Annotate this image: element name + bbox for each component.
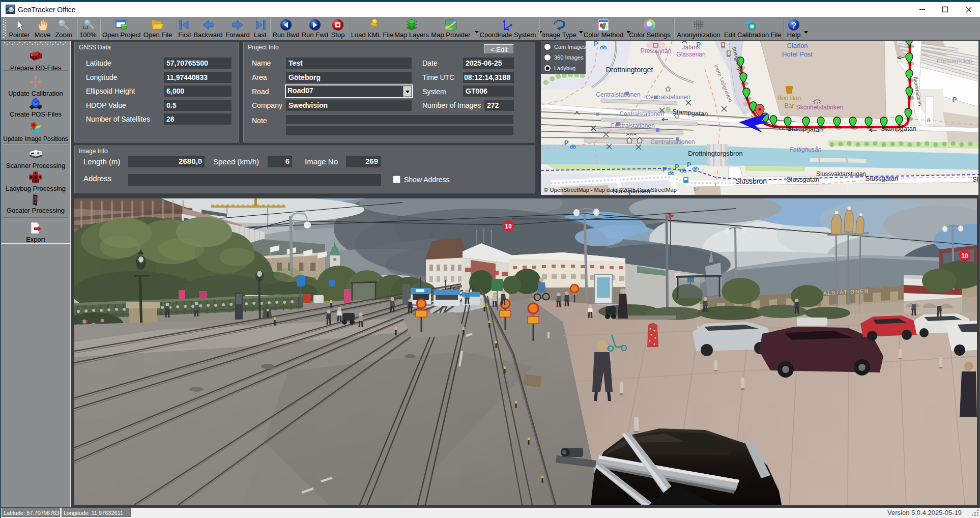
- svg-text:Slussgatan: Slussgatan: [866, 175, 898, 182]
- svg-text:67: 67: [694, 186, 700, 192]
- svg-text:Centralstationen: Centralstationen: [646, 94, 690, 101]
- svg-text:10: 10: [505, 223, 512, 230]
- svg-text:10: 10: [961, 252, 968, 260]
- svg-text:Drottningtorget: Drottningtorget: [606, 66, 653, 74]
- svg-text:Slussbron: Slussbron: [735, 177, 767, 185]
- svg-text:P: P: [675, 163, 679, 170]
- svg-text:?: ?: [791, 21, 796, 31]
- svg-text:Drottningtorgsbron: Drottningtorgsbron: [688, 150, 743, 157]
- svg-text:P: P: [953, 96, 957, 103]
- svg-text:Stampgatan: Stampgatan: [881, 125, 916, 132]
- svg-text:© OpenStreetMap - Map data ©20: © OpenStreetMap - Map data ©2025 OpenStr…: [544, 187, 677, 193]
- svg-text:Fattighusån: Fattighusån: [790, 146, 822, 153]
- svg-text:Sluss: Sluss: [972, 176, 978, 183]
- svg-text:Bar: Bar: [785, 102, 794, 109]
- svg-text:Stampgatan: Stampgatan: [787, 125, 823, 133]
- svg-text:P: P: [697, 41, 701, 48]
- svg-text:Glasserian: Glasserian: [676, 51, 705, 58]
- svg-text:Slussvaktarstugan: Slussvaktarstugan: [816, 170, 866, 178]
- svg-text:P: P: [594, 41, 598, 47]
- svg-text:Centralstationen: Centralstationen: [610, 122, 654, 129]
- svg-text:Slussgatan: Slussgatan: [787, 176, 819, 183]
- svg-text:Fönsterklipp: Fönsterklipp: [937, 57, 973, 65]
- svg-text:1:1: 1:1: [82, 25, 89, 30]
- svg-text:Centralstationen: Centralstationen: [619, 110, 664, 118]
- svg-text:Hotel Post: Hotel Post: [782, 50, 813, 58]
- svg-text:Centralstationen: Centralstationen: [650, 138, 695, 146]
- svg-text:P: P: [662, 165, 667, 173]
- svg-text:Skönhetsfabriken: Skönhetsfabriken: [796, 104, 844, 111]
- svg-text:Bon Bon: Bon Bon: [777, 95, 801, 102]
- svg-text:8: 8: [927, 117, 930, 123]
- svg-text:P: P: [564, 139, 569, 147]
- svg-text:Centralstationen: Centralstationen: [596, 91, 640, 98]
- svg-text:Clarion: Clarion: [787, 42, 808, 49]
- svg-text:P: P: [687, 161, 691, 168]
